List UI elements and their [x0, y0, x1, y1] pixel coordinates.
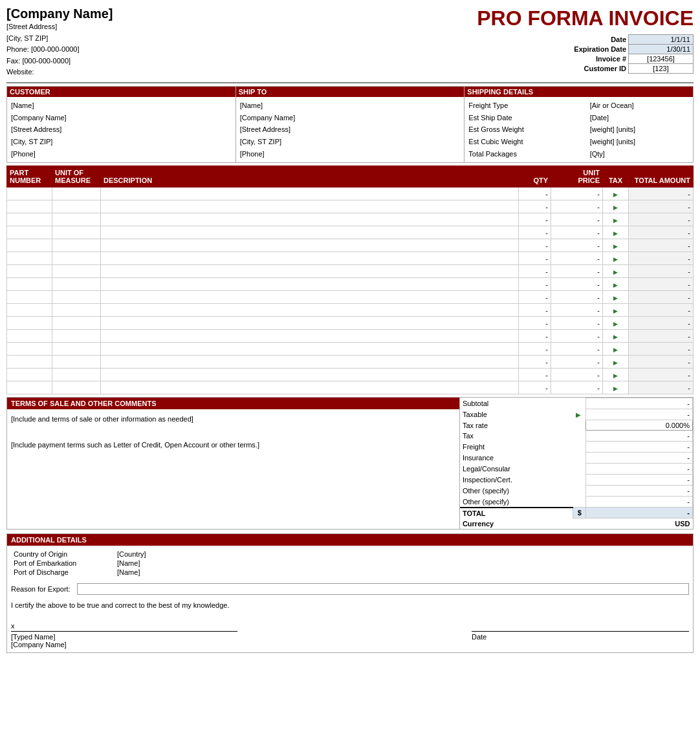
- cell-tax: ▶: [603, 356, 629, 369]
- reason-input[interactable]: [77, 583, 689, 595]
- cell-part: [7, 265, 52, 278]
- cell-qty: -: [519, 213, 551, 226]
- tax-rate-value[interactable]: 0.000%: [586, 420, 693, 431]
- cell-desc: [101, 188, 519, 200]
- cell-price: -: [551, 369, 603, 381]
- invoice-num-value: [123456]: [629, 54, 694, 64]
- info-columns: CUSTOMER [Name] [Company Name] [Street A…: [6, 86, 694, 163]
- shipping-header: SHIPPING DETAILS: [465, 87, 693, 97]
- expiration-label: Expiration Date: [572, 45, 628, 54]
- table-row: --▶-: [7, 226, 694, 239]
- cell-price: -: [551, 343, 603, 356]
- cell-desc: [101, 239, 519, 252]
- th-qty: QTY: [519, 166, 551, 188]
- cell-price: -: [551, 381, 603, 394]
- additional-body: Country of Origin [Country] Port of Emba…: [7, 546, 693, 652]
- meta-table: Date 1/1/11 Expiration Date 1/30/11 Invo…: [572, 34, 694, 74]
- inspection-label: Inspection/Cert.: [460, 475, 573, 486]
- totals-section: Subtotal - Taxable ▶ - Tax rate 0.000% T…: [460, 397, 694, 530]
- cell-unit: [52, 330, 101, 343]
- cell-desc: [101, 200, 519, 213]
- table-row: --▶-: [7, 239, 694, 252]
- ship-to-header: SHIP TO: [236, 87, 465, 97]
- cell-qty: -: [519, 278, 551, 291]
- signature-block: x [Typed Name] [Company Name]: [11, 622, 446, 648]
- cell-total: -: [629, 213, 694, 226]
- invoice-meta: Date 1/1/11 Expiration Date 1/30/11 Invo…: [477, 34, 694, 74]
- cell-total: -: [629, 200, 694, 213]
- additional-table: Country of Origin [Country] Port of Emba…: [11, 550, 149, 577]
- cell-desc: [101, 252, 519, 265]
- th-unit-price: UNITPRICE: [551, 166, 603, 188]
- cell-total: -: [629, 330, 694, 343]
- port-dis-label: Port of Discharge: [11, 568, 115, 577]
- date-block: Date: [472, 622, 689, 648]
- cell-tax: ▶: [603, 343, 629, 356]
- cell-tax: ▶: [603, 369, 629, 381]
- company-city: [City, ST ZIP]: [6, 33, 477, 45]
- insurance-label: Insurance: [460, 453, 573, 464]
- cell-price: -: [551, 252, 603, 265]
- cell-part: [7, 239, 52, 252]
- table-row: --▶-: [7, 213, 694, 226]
- date-value: 1/1/11: [629, 35, 694, 45]
- cell-price: -: [551, 317, 603, 330]
- cell-price: -: [551, 291, 603, 304]
- customer-phone: [Phone]: [11, 148, 232, 160]
- table-row: --▶-: [7, 291, 694, 304]
- cell-qty: -: [519, 239, 551, 252]
- sig-company: [Company Name]: [11, 641, 446, 648]
- cell-unit: [52, 188, 101, 200]
- cell-qty: -: [519, 317, 551, 330]
- currency-label: Currency: [460, 519, 573, 530]
- customer-street: [Street Address]: [11, 123, 232, 136]
- cell-price: -: [551, 278, 603, 291]
- cell-qty: -: [519, 200, 551, 213]
- taxable-value: -: [586, 409, 693, 420]
- invoice-num-label: Invoice #: [572, 54, 628, 64]
- other2-label: Other (specify): [460, 497, 573, 508]
- taxable-label: Taxable: [460, 409, 573, 420]
- company-fax: Fax: [000-000-0000]: [6, 56, 477, 67]
- cell-unit: [52, 252, 101, 265]
- expiration-value: 1/30/11: [629, 45, 694, 54]
- cell-unit: [52, 239, 101, 252]
- company-name: [Company Name]: [6, 6, 477, 21]
- ship-phone: [Phone]: [240, 148, 461, 160]
- totals-table: Subtotal - Taxable ▶ - Tax rate 0.000% T…: [460, 398, 693, 529]
- cell-desc: [101, 226, 519, 239]
- cell-price: -: [551, 356, 603, 369]
- cell-part: [7, 317, 52, 330]
- company-info: [Company Name] [Street Address] [City, S…: [6, 6, 477, 78]
- cell-total: -: [629, 381, 694, 394]
- ship-name: [Name]: [240, 100, 461, 112]
- cell-desc: [101, 381, 519, 394]
- items-section: PARTNUMBER UNIT OFMEASURE DESCRIPTION QT…: [6, 166, 694, 394]
- signature-section: x [Typed Name] [Company Name] Date: [11, 622, 689, 648]
- customer-id-label: Customer ID: [572, 64, 628, 74]
- freight-label: Freight Type: [468, 100, 589, 112]
- port-emb-value: [Name]: [115, 559, 149, 568]
- cell-qty: -: [519, 369, 551, 381]
- cell-part: [7, 369, 52, 381]
- port-emb-label: Port of Embarkation: [11, 559, 115, 568]
- tax-label: Tax: [460, 431, 573, 442]
- cell-tax: ▶: [603, 200, 629, 213]
- packages-value: [Qty]: [590, 148, 689, 160]
- cell-qty: -: [519, 356, 551, 369]
- cell-desc: [101, 343, 519, 356]
- items-table: PARTNUMBER UNIT OFMEASURE DESCRIPTION QT…: [6, 166, 694, 394]
- th-tax: TAX: [603, 166, 629, 188]
- origin-value: [Country]: [115, 550, 149, 559]
- sig-date-label: Date: [472, 633, 689, 641]
- packages-label: Total Packages: [468, 148, 589, 160]
- terms-header: TERMS OF SALE AND OTHER COMMENTS: [7, 398, 459, 409]
- cell-part: [7, 291, 52, 304]
- cell-price: -: [551, 265, 603, 278]
- cell-price: -: [551, 239, 603, 252]
- certification-text: I certify the above to be true and corre…: [11, 601, 689, 609]
- cell-total: -: [629, 343, 694, 356]
- cell-unit: [52, 343, 101, 356]
- cell-desc: [101, 304, 519, 317]
- cell-qty: -: [519, 226, 551, 239]
